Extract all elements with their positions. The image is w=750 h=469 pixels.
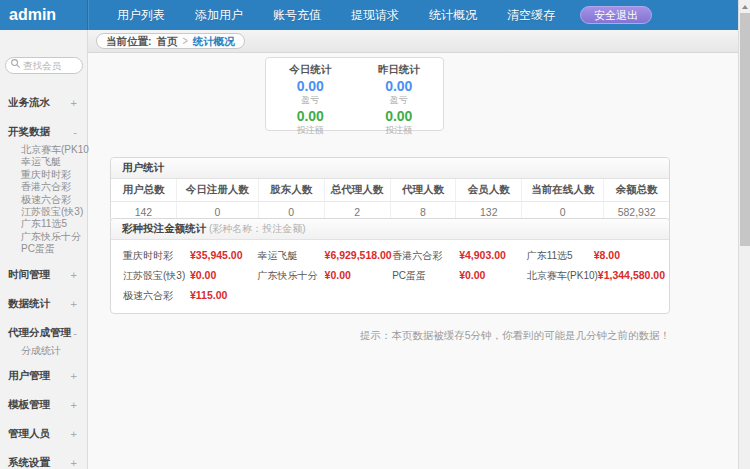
member-search [5, 55, 82, 74]
bet-amount: ¥0.00 [190, 268, 216, 282]
sidebar: 业务流水 + 开奖数据 - 北京赛车(PK10) 幸运飞艇 重庆时时彩 香港六合… [0, 30, 88, 469]
app-logo: admin [0, 0, 88, 30]
bet-item: 重庆时时彩 ¥35,945.00 [123, 248, 258, 263]
yesterday-summary: 昨日统计 0.00 盈亏 0.00 投注额 [355, 58, 444, 130]
vertical-scrollbar[interactable] [738, 0, 750, 469]
col-general-agents: 总代理人数 [325, 179, 391, 202]
col-agents: 代理人数 [391, 179, 457, 202]
daily-summary-card: 今日统计 0.00 盈亏 0.00 投注额 昨日统计 0.00 盈亏 0.00 … [265, 57, 444, 131]
sidebar-section-system-settings[interactable]: 系统设置 + [0, 452, 87, 469]
expand-icon[interactable]: + [71, 428, 77, 440]
bet-item: 香港六合彩 ¥4,903.00 [392, 248, 527, 263]
top-navbar: admin 用户列表 添加用户 账号充值 提现请求 统计概况 清空缓存 安全退出 [0, 0, 738, 30]
sidebar-item-hklhc[interactable]: 香港六合彩 [21, 181, 87, 193]
user-stats-header-row: 用户总数 今日注册人数 股东人数 总代理人数 代理人数 会员人数 当前在线人数 … [111, 179, 669, 202]
yesterday-title: 昨日统计 [355, 63, 444, 77]
sidebar-item-gdklsf[interactable]: 广东快乐十分 [21, 231, 87, 243]
sidebar-menu: 业务流水 + 开奖数据 - 北京赛车(PK10) 幸运飞艇 重庆时时彩 香港六合… [0, 92, 87, 469]
yesterday-bet-value: 0.00 [355, 108, 444, 124]
bet-name: 广东11选5 [527, 249, 594, 263]
section-label: 管理人员 [8, 427, 50, 441]
expand-icon[interactable]: + [71, 97, 77, 109]
sidebar-item-jslhc[interactable]: 极速六合彩 [21, 194, 87, 206]
sidebar-section-data-stats[interactable]: 数据统计 + [0, 293, 87, 315]
sidebar-section-business-flow[interactable]: 业务流水 + [0, 92, 87, 114]
collapse-icon[interactable]: - [73, 327, 77, 339]
nav-item-withdrawals[interactable]: 提现请求 [336, 0, 414, 30]
bet-name: 北京赛车(PK10) [527, 269, 598, 283]
bet-amount: ¥115.00 [190, 288, 227, 302]
logout-button[interactable]: 安全退出 [580, 6, 652, 24]
sidebar-item-pk10[interactable]: 北京赛车(PK10) [21, 144, 87, 156]
bet-amount: ¥0.00 [459, 268, 485, 282]
bet-amount: ¥6,929,518.00 [325, 248, 392, 262]
bet-item: 江苏骰宝(快3) ¥0.00 [123, 268, 258, 283]
expand-icon[interactable]: + [71, 457, 77, 469]
scrollbar-thumb[interactable] [740, 13, 750, 246]
section-label: 用户管理 [8, 369, 50, 383]
expand-icon[interactable]: + [71, 370, 77, 382]
breadcrumb: 当前位置: 首页 > 统计概况 [96, 33, 245, 49]
collapse-icon[interactable]: - [73, 126, 77, 138]
sidebar-section-user-mgmt[interactable]: 用户管理 + [0, 365, 87, 387]
expand-icon[interactable]: + [71, 269, 77, 281]
col-members: 会员人数 [456, 179, 522, 202]
search-icon [10, 58, 21, 69]
col-online-now: 当前在线人数 [522, 179, 604, 202]
user-stats-panel: 用户统计 用户总数 今日注册人数 股东人数 总代理人数 代理人数 会员人数 当前… [110, 157, 670, 223]
bet-amount: ¥8.00 [594, 248, 620, 262]
sidebar-section-template-mgmt[interactable]: 模板管理 + [0, 394, 87, 416]
breadcrumb-current[interactable]: 统计概况 [193, 34, 235, 48]
cache-hint-text: 提示：本页数据被缓存5分钟，你看到的可能是几分钟之前的数据！ [360, 329, 670, 343]
yesterday-profit-label: 盈亏 [355, 94, 444, 107]
today-bet-value: 0.00 [266, 108, 355, 124]
today-summary: 今日统计 0.00 盈亏 0.00 投注额 [266, 58, 355, 130]
sidebar-item-cqssc[interactable]: 重庆时时彩 [21, 169, 87, 181]
expand-icon[interactable]: + [71, 298, 77, 310]
expand-icon[interactable]: + [71, 399, 77, 411]
bet-name: 江苏骰宝(快3) [123, 269, 190, 283]
breadcrumb-home-link[interactable]: 首页 [157, 34, 178, 48]
lottery-data-submenu: 北京赛车(PK10) 幸运飞艇 重庆时时彩 香港六合彩 极速六合彩 江苏骰宝(快… [0, 143, 87, 257]
agent-share-submenu: 分成统计 [0, 344, 87, 358]
chevron-right-icon: > [183, 31, 188, 51]
sidebar-section-time-mgmt[interactable]: 时间管理 + [0, 264, 87, 286]
nav-item-clear-cache[interactable]: 清空缓存 [492, 0, 570, 30]
nav-item-recharge[interactable]: 账号充值 [258, 0, 336, 30]
nav-item-add-user[interactable]: 添加用户 [180, 0, 258, 30]
nav-item-statistics[interactable]: 统计概况 [414, 0, 492, 30]
sidebar-item-xyft[interactable]: 幸运飞艇 [21, 156, 87, 168]
bet-name: PC蛋蛋 [392, 269, 459, 283]
bet-item: 北京赛车(PK10) ¥1,344,580.00 [527, 268, 665, 283]
scrollbar-up-icon[interactable] [740, 1, 750, 12]
col-shareholders: 股东人数 [259, 179, 325, 202]
bet-item: 极速六合彩 ¥115.00 [123, 288, 258, 303]
breadcrumb-bar: 当前位置: 首页 > 统计概况 [88, 30, 738, 53]
sidebar-item-gd11x5[interactable]: 广东11选5 [21, 218, 87, 230]
today-bet-label: 投注额 [266, 124, 355, 137]
sidebar-section-lottery-data[interactable]: 开奖数据 - [0, 121, 87, 143]
bet-stats-header: 彩种投注金额统计 (彩种名称：投注金额) [111, 219, 669, 240]
col-today-registered: 今日注册人数 [177, 179, 259, 202]
section-label: 时间管理 [8, 268, 50, 282]
section-label: 代理分成管理 [8, 326, 71, 340]
bet-amount: ¥4,903.00 [459, 248, 506, 262]
col-total-balance: 余额总数 [604, 179, 669, 202]
section-label: 系统设置 [8, 456, 50, 469]
sidebar-section-admins[interactable]: 管理人员 + [0, 423, 87, 445]
bet-stats-grid: 重庆时时彩 ¥35,945.00 幸运飞艇 ¥6,929,518.00 香港六合… [111, 240, 669, 313]
sidebar-section-agent-share[interactable]: 代理分成管理 - [0, 322, 87, 344]
sidebar-item-share-stats[interactable]: 分成统计 [21, 345, 87, 357]
nav-item-user-list[interactable]: 用户列表 [102, 0, 180, 30]
bet-name: 广东快乐十分 [258, 269, 325, 283]
bet-name: 极速六合彩 [123, 289, 190, 303]
bet-amount: ¥0.00 [325, 268, 351, 282]
bet-name: 幸运飞艇 [258, 249, 325, 263]
yesterday-bet-label: 投注额 [355, 124, 444, 137]
sidebar-item-pcdd[interactable]: PC蛋蛋 [21, 243, 87, 255]
bet-item: 广东快乐十分 ¥0.00 [258, 268, 393, 283]
section-label: 开奖数据 [8, 125, 50, 139]
sidebar-item-jstb[interactable]: 江苏骰宝(快3) [21, 206, 87, 218]
bet-stats-title: 彩种投注金额统计 [122, 222, 206, 234]
today-profit-label: 盈亏 [266, 94, 355, 107]
